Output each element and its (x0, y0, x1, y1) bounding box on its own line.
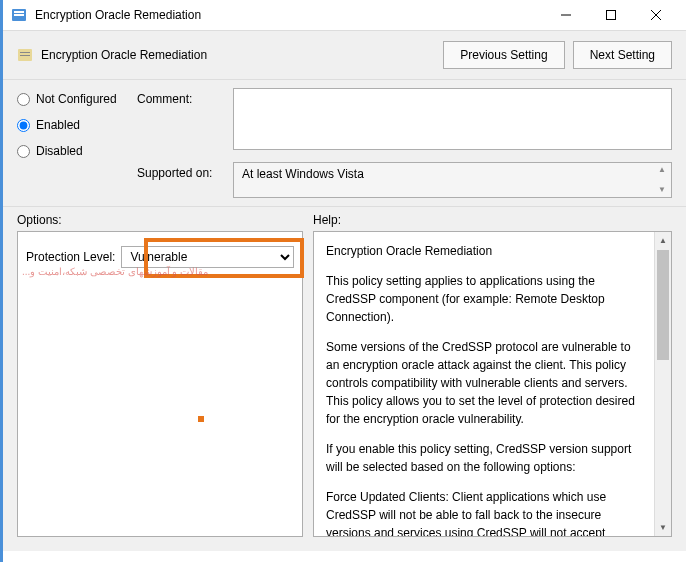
window-title: Encryption Oracle Remediation (35, 8, 543, 22)
scroll-up-icon[interactable]: ▲ (655, 165, 669, 175)
radio-group: Not Configured Enabled Disabled (17, 88, 137, 198)
radio-disabled-input[interactable] (17, 145, 30, 158)
titlebar: Encryption Oracle Remediation (3, 0, 686, 30)
supported-row: Supported on: At least Windows Vista ▲ ▼ (137, 162, 672, 198)
config-fields: Comment: Supported on: At least Windows … (137, 88, 672, 198)
svg-rect-2 (14, 14, 24, 16)
scroll-down-icon[interactable]: ▼ (655, 185, 669, 195)
supported-scroll: ▲ ▼ (655, 165, 669, 195)
comment-row: Comment: (137, 88, 672, 150)
svg-rect-9 (20, 55, 30, 56)
radio-not-configured[interactable]: Not Configured (17, 92, 137, 106)
radio-disabled[interactable]: Disabled (17, 144, 137, 158)
svg-rect-4 (606, 11, 615, 20)
app-icon (11, 7, 27, 23)
supported-value: At least Windows Vista (242, 167, 364, 181)
window-controls (543, 0, 678, 30)
protection-level-select[interactable]: Vulnerable (121, 246, 294, 268)
help-scrollbar[interactable]: ▲ ▼ (654, 232, 671, 536)
scroll-down-icon[interactable]: ▼ (655, 519, 671, 536)
comment-label: Comment: (137, 88, 225, 106)
supported-label: Supported on: (137, 162, 225, 180)
minimize-button[interactable] (543, 0, 588, 30)
watermark-text: مقالات و آموزشهای تخصصی شبکه،امنیت و... (22, 266, 208, 277)
radio-disabled-label[interactable]: Disabled (36, 144, 83, 158)
help-paragraph: If you enable this policy setting, CredS… (326, 440, 642, 476)
config-section: Not Configured Enabled Disabled Comment:… (3, 80, 686, 206)
scrollbar-thumb[interactable] (657, 250, 669, 360)
protection-level-label: Protection Level: (26, 250, 115, 264)
help-header: Help: (313, 213, 672, 227)
help-paragraph: Force Updated Clients: Client applicatio… (326, 488, 642, 536)
comment-input[interactable] (233, 88, 672, 150)
annotation-dot (198, 416, 204, 422)
maximize-button[interactable] (588, 0, 633, 30)
supported-value-box: At least Windows Vista ▲ ▼ (233, 162, 672, 198)
policy-icon (17, 47, 33, 63)
panels-container: Protection Level: Vulnerable مقالات و آم… (3, 231, 686, 551)
radio-not-configured-label[interactable]: Not Configured (36, 92, 117, 106)
radio-enabled-input[interactable] (17, 119, 30, 132)
radio-enabled[interactable]: Enabled (17, 118, 137, 132)
options-header: Options: (17, 213, 313, 227)
radio-enabled-label[interactable]: Enabled (36, 118, 80, 132)
help-content: Encryption Oracle Remediation This polic… (314, 232, 654, 536)
close-button[interactable] (633, 0, 678, 30)
svg-rect-8 (20, 52, 30, 53)
next-setting-button[interactable]: Next Setting (573, 41, 672, 69)
help-panel: Encryption Oracle Remediation This polic… (313, 231, 672, 537)
svg-rect-1 (14, 11, 24, 13)
radio-not-configured-input[interactable] (17, 93, 30, 106)
nav-buttons: Previous Setting Next Setting (443, 41, 672, 69)
scroll-up-icon[interactable]: ▲ (655, 232, 671, 249)
panels-header: Options: Help: (3, 206, 686, 231)
header-title: Encryption Oracle Remediation (41, 48, 443, 62)
previous-setting-button[interactable]: Previous Setting (443, 41, 564, 69)
help-paragraph: Some versions of the CredSSP protocol ar… (326, 338, 642, 428)
options-panel: Protection Level: Vulnerable مقالات و آم… (17, 231, 303, 537)
protection-level-row: Protection Level: Vulnerable (26, 246, 294, 268)
help-paragraph: This policy setting applies to applicati… (326, 272, 642, 326)
help-title-text: Encryption Oracle Remediation (326, 242, 642, 260)
header-bar: Encryption Oracle Remediation Previous S… (3, 30, 686, 80)
